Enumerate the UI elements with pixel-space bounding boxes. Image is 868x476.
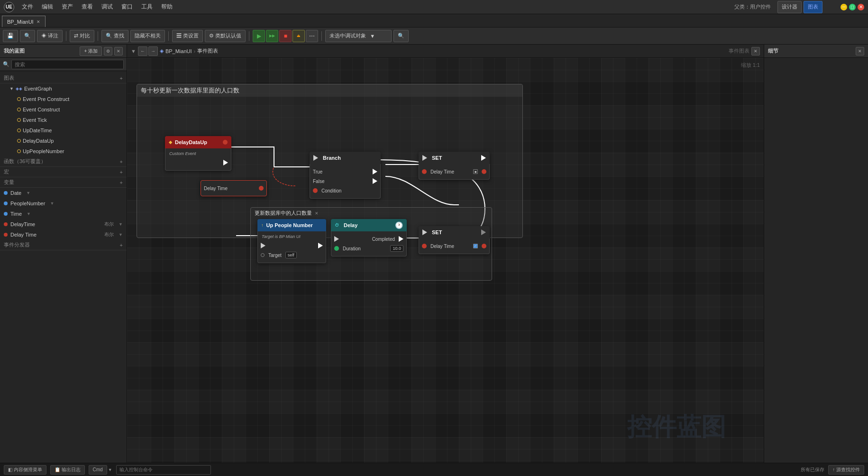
- right-panel: 细节 ✕: [764, 45, 868, 463]
- tree-item-up-people-number[interactable]: UpPeopleNumber: [0, 146, 127, 156]
- node-up-people-number[interactable]: ↑ Up People Number Target is BP Mian UI …: [257, 219, 326, 263]
- var-time[interactable]: Time ▼: [0, 209, 127, 219]
- var-people-number[interactable]: PeopleNumber ▼: [0, 198, 127, 209]
- left-panel-close[interactable]: ✕: [114, 47, 123, 55]
- graph-panel-close[interactable]: ✕: [751, 47, 760, 55]
- cmd-btn[interactable]: Cmd: [89, 465, 107, 475]
- var-delay-time2[interactable]: Delay Time 布尔 ▼: [0, 229, 127, 240]
- event-dispatchers-add[interactable]: +: [120, 242, 123, 248]
- search-input[interactable]: [11, 60, 124, 69]
- tree-item-event-tick[interactable]: Event Tick: [0, 115, 127, 125]
- tree-item-update-time[interactable]: UpDateTime: [0, 125, 127, 136]
- set2-exec-in: [422, 229, 427, 235]
- dot-up-people: [17, 149, 21, 153]
- tree-item-event-construct[interactable]: Event Construct: [0, 104, 127, 115]
- hide-btn[interactable]: 隐藏不相关: [130, 30, 165, 42]
- content-menu-btn[interactable]: ◧ 内容侧滑菜单: [4, 465, 46, 475]
- set1-checkbox[interactable]: ■: [473, 169, 478, 174]
- set1-delay-pin: [422, 169, 427, 174]
- target-label: Target: [268, 253, 282, 258]
- maximize-button[interactable]: □: [849, 4, 856, 10]
- node-delay-time-var[interactable]: Delay Time: [201, 180, 267, 196]
- menu-help[interactable]: 帮助: [157, 2, 176, 12]
- menu-asset[interactable]: 资产: [58, 2, 77, 12]
- menu-tools[interactable]: 工具: [137, 2, 156, 12]
- find-btn[interactable]: 🔍 查找: [101, 30, 128, 42]
- tab-close-icon[interactable]: ✕: [37, 19, 40, 24]
- debug-dropdown[interactable]: 未选中调试对象 ▼: [325, 30, 392, 42]
- resume-btn[interactable]: ▶▶: [266, 30, 278, 42]
- graph-nav-down-icon[interactable]: ▼: [131, 48, 136, 54]
- node-set2[interactable]: SET Delay Time ✓: [419, 226, 490, 254]
- sep2: [98, 31, 98, 41]
- delay-data-up-subtitle: Custom Event: [165, 151, 231, 156]
- menu-view[interactable]: 查看: [78, 2, 97, 12]
- eject-btn[interactable]: ⏏: [292, 30, 305, 42]
- designer-btn[interactable]: 设计器: [777, 1, 802, 13]
- graphs-label: 图表: [4, 74, 14, 82]
- compare-btn[interactable]: ⇄ 对比: [70, 30, 94, 42]
- find-btn2[interactable]: 🔍: [20, 30, 35, 42]
- up-people-exec-out: [318, 243, 323, 248]
- sep5: [321, 31, 322, 41]
- menu-debug[interactable]: 调试: [98, 2, 117, 12]
- tree-item-event-pre-construct[interactable]: Event Pre Construct: [0, 94, 127, 104]
- breadcrumb-graph: 事件图表: [197, 47, 218, 55]
- save-btn[interactable]: 💾: [3, 30, 18, 42]
- menu-file[interactable]: 文件: [18, 2, 37, 12]
- nav-back-btn[interactable]: ←: [138, 46, 147, 56]
- cmd-input[interactable]: [116, 465, 211, 475]
- branch-false-row: False: [310, 176, 380, 186]
- details-empty: [764, 58, 868, 65]
- variables-add-icon[interactable]: +: [120, 180, 123, 185]
- update-time-label: UpDateTime: [23, 128, 52, 133]
- tree-container: 图表 + ▼ ◈◈ EventGraph Event Pre Construct…: [0, 71, 127, 463]
- node-branch[interactable]: Branch True False Condition: [310, 152, 381, 199]
- search-icon: 🔍: [3, 61, 9, 67]
- up-people-label: UpPeopleNumber: [23, 148, 64, 154]
- cmd-arrow-icon[interactable]: ▼: [108, 467, 112, 472]
- condition-pin: [313, 188, 318, 193]
- menu-edit[interactable]: 编辑: [38, 2, 57, 12]
- node-delay-data-up[interactable]: ◆ DelayDataUp Custom Event: [165, 136, 231, 171]
- cmd-group: Cmd ▼: [89, 465, 112, 475]
- more-btn[interactable]: ⋯: [306, 30, 318, 42]
- settings-icon[interactable]: ⚙: [104, 47, 112, 55]
- set1-header: SET: [419, 152, 490, 164]
- close-button[interactable]: ✕: [858, 4, 864, 10]
- var-date[interactable]: Date ▼: [0, 188, 127, 198]
- nav-forward-btn[interactable]: →: [148, 46, 158, 56]
- tree-item-delay-data-up[interactable]: DelayDataUp: [0, 136, 127, 146]
- add-blueprint-btn[interactable]: + 添加: [80, 46, 102, 56]
- tab-bp-mianui[interactable]: BP_MianUI ✕: [2, 16, 46, 27]
- comment-box-title: 每十秒更新一次数据库里面的人口数: [137, 84, 522, 97]
- right-panel-close[interactable]: ✕: [856, 47, 864, 55]
- graphs-add-icon[interactable]: +: [120, 75, 123, 81]
- functions-add-icon[interactable]: +: [120, 159, 123, 165]
- source-control-btn[interactable]: ↑ 源查找控件: [828, 465, 864, 475]
- breadcrumb-sep: ›: [194, 48, 196, 54]
- node-set1[interactable]: SET Delay Time ■: [419, 152, 490, 180]
- set2-checkbox[interactable]: ✓: [473, 244, 478, 248]
- graph-btn[interactable]: 图表: [804, 1, 822, 13]
- node-delay[interactable]: ⏱ Delay 🕐 Completed Duration: [331, 219, 407, 256]
- tree-item-eventgraph[interactable]: ▼ ◈◈ EventGraph: [0, 83, 127, 94]
- menu-window[interactable]: 窗口: [118, 2, 137, 12]
- translate-btn[interactable]: ◈ 译注: [37, 30, 63, 42]
- macros-add-icon[interactable]: +: [120, 169, 123, 175]
- blueprint-canvas[interactable]: 缩放 1:1 每十秒更新一次数据库里面的人口数: [127, 58, 764, 463]
- sep1: [66, 31, 66, 41]
- var-dot-delay1: [4, 222, 8, 226]
- default-value-btn[interactable]: ⚙ 类默认认值: [205, 30, 246, 42]
- minimize-button[interactable]: ─: [841, 4, 847, 10]
- stop-btn[interactable]: ■: [279, 30, 292, 42]
- update-group-x[interactable]: ✕: [315, 211, 319, 216]
- save-status: 所有已保存: [801, 467, 824, 473]
- play-group: ▶ ▶▶ ■ ⏏ ⋯: [253, 30, 318, 42]
- play-btn[interactable]: ▶: [253, 30, 265, 42]
- graph-node-icon: ◈◈: [16, 86, 22, 91]
- debug-extra-btn[interactable]: 🔍: [393, 30, 409, 42]
- var-delay-time1[interactable]: DelayTime 布尔 ▼: [0, 219, 127, 229]
- type-settings-btn[interactable]: ☰ 类设置: [172, 30, 203, 42]
- output-log-btn[interactable]: 📋 输出日志: [50, 465, 85, 475]
